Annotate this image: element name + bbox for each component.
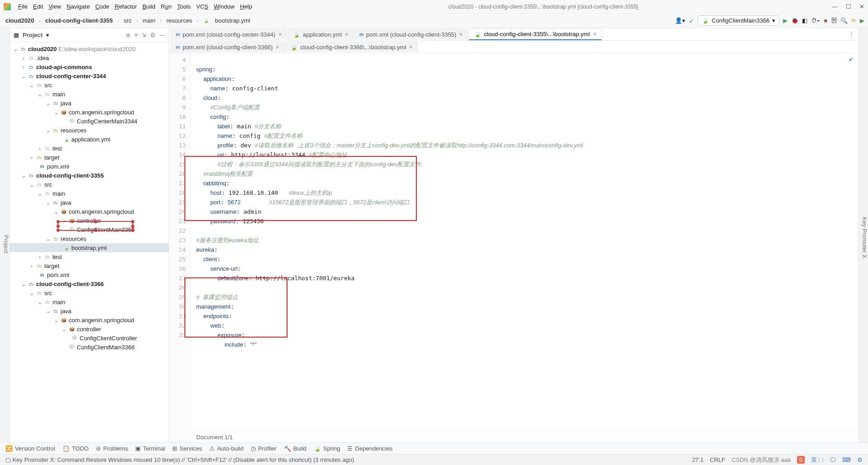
close-icon[interactable]: ✕ — [275, 44, 279, 50]
tree-java2[interactable]: java — [61, 199, 71, 206]
run-config-dropdown[interactable]: 🍃 ConfigClientMain3366 ▾ — [698, 15, 779, 26]
tree-mod3[interactable]: cloud-config-client-3355 — [36, 172, 104, 179]
tree-appyml[interactable]: application.yml — [71, 136, 110, 143]
project-view-label[interactable]: Project — [23, 32, 42, 38]
tab-bootstrap-3366[interactable]: 🍃cloud-config-client-3366\...\bootstrap.… — [285, 42, 418, 52]
lang-indicator[interactable]: 英 ⁝ ⁝ — [811, 456, 824, 464]
tree-client-ctrl[interactable]: ConfigClientController — [80, 335, 137, 342]
tool-autobuild[interactable]: ⚠ Auto-build — [209, 445, 244, 452]
chevron-down-icon[interactable]: ▾ — [46, 32, 49, 38]
tab-pom-center[interactable]: mpom.xml (cloud-config-center-3344)✕ — [171, 29, 287, 40]
bc-file[interactable]: bootstrap.yml — [213, 16, 252, 25]
sync-icon[interactable]: ⟳ — [851, 17, 856, 24]
minimize-button[interactable]: — — [832, 3, 838, 10]
tree-java[interactable]: java — [61, 100, 71, 107]
tool-services[interactable]: ⊞ Services — [172, 445, 202, 452]
tool-vcs[interactable]: 🔀 Version Control — [5, 445, 55, 452]
tool-build[interactable]: 🔨 Build — [284, 445, 307, 452]
menu-tools[interactable]: Tools — [175, 2, 193, 11]
tool-terminal[interactable]: ▣ Terminal — [135, 445, 165, 452]
tree-test[interactable]: test — [52, 145, 62, 152]
inspection-ok-icon[interactable]: ✔ — [849, 56, 854, 63]
menu-navigate[interactable]: Navigate — [64, 2, 92, 11]
input-method-icon[interactable]: S — [797, 456, 805, 464]
menu-run[interactable]: Run — [158, 2, 175, 11]
profile-button[interactable]: ⏱▾ — [811, 17, 820, 24]
tree-pom2[interactable]: pom.xml — [47, 272, 69, 278]
menu-file[interactable]: File — [15, 2, 30, 11]
menu-window[interactable]: Window — [211, 2, 237, 11]
expand-icon[interactable]: ≡ — [134, 32, 138, 38]
tree-main-class[interactable]: ConfigCenterMain3344 — [77, 118, 137, 125]
tree-root[interactable]: cloud2020 — [28, 46, 57, 52]
bc-root[interactable]: cloud2020 — [4, 16, 36, 25]
tree-pkg[interactable]: com.angenin.springcloud — [69, 109, 134, 116]
collapse-icon[interactable]: ⇲ — [142, 32, 146, 38]
tab-pom-3366[interactable]: mpom.xml (cloud-config-client-3366)✕ — [171, 42, 284, 52]
tab-bootstrap-3355[interactable]: 🍃cloud-config-client-3355\...\bootstrap.… — [469, 28, 601, 40]
tool-problems[interactable]: ⊘ Problems — [96, 445, 128, 452]
tree-test2[interactable]: test — [52, 254, 62, 260]
tree-src2[interactable]: src — [44, 181, 52, 188]
tool-profiler[interactable]: ◷ Profiler — [251, 445, 277, 452]
tree-src[interactable]: src — [44, 82, 52, 89]
maximize-button[interactable]: ☐ — [846, 3, 851, 10]
code-content[interactable]: spring: application: name: config-client… — [191, 53, 858, 442]
tree-client-main2[interactable]: ConfigClientMain3366 — [77, 344, 135, 351]
tree-pkg3[interactable]: com.angenin.springcloud — [69, 317, 134, 324]
status-icon3[interactable]: ⚙ — [857, 456, 863, 463]
status-icon2[interactable]: ⌨ — [842, 456, 851, 463]
tree-mod1[interactable]: cloud-api-commons — [36, 64, 92, 70]
tab-pom-3355[interactable]: mpom.xml (cloud-config-client-3355)✕ — [354, 29, 468, 40]
tree-main2[interactable]: main — [52, 190, 65, 197]
hide-icon[interactable]: — — [159, 32, 165, 38]
debug-button[interactable]: 🐞 — [791, 17, 798, 24]
line-ending[interactable]: CRLF — [710, 456, 725, 463]
tree-resources2[interactable]: resources — [61, 235, 86, 242]
close-icon[interactable]: ✕ — [409, 44, 413, 50]
bc-src[interactable]: src — [122, 16, 133, 25]
tree-target2[interactable]: target — [44, 263, 59, 269]
translate-icon[interactable]: 🈂 — [831, 17, 837, 24]
close-icon[interactable]: ✕ — [593, 31, 597, 37]
close-icon[interactable]: ✕ — [278, 32, 282, 38]
menu-help[interactable]: Help — [237, 2, 255, 11]
user-icon[interactable]: 👤▾ — [675, 17, 685, 24]
menu-build[interactable]: Build — [140, 2, 158, 11]
project-tree[interactable]: ⌄🗀cloud2020 E:\idea-workspace\cloud2020 … — [10, 42, 169, 442]
close-icon[interactable]: ✕ — [344, 32, 349, 38]
tool-deps[interactable]: ☰ Dependencies — [347, 445, 392, 452]
tree-controller[interactable]: controller — [77, 217, 101, 224]
status-icon1[interactable]: 🖵 — [830, 456, 836, 463]
tree-mod4[interactable]: cloud-config-client-3366 — [36, 281, 104, 287]
tab-app-yml[interactable]: 🍃application.yml✕ — [288, 29, 354, 40]
tree-target[interactable]: target — [44, 154, 59, 161]
tree-main3[interactable]: main — [52, 299, 65, 305]
menu-view[interactable]: View — [46, 2, 64, 11]
bc-resources[interactable]: resources — [165, 16, 194, 25]
stop-button[interactable]: ■ — [824, 17, 827, 24]
tree-client-main[interactable]: ConfigClientMain3355 — [77, 226, 135, 233]
tool-todo[interactable]: 📋 TODO — [62, 445, 89, 452]
coverage-button[interactable]: ◧ — [802, 17, 807, 24]
build-hammer-icon[interactable]: ↙ — [689, 17, 694, 24]
tree-controller2[interactable]: controller — [77, 326, 101, 333]
project-view-icon[interactable]: ▦ — [14, 32, 19, 38]
caret-position[interactable]: 27:1 — [692, 456, 703, 463]
ide-update-icon[interactable]: ▶ — [860, 17, 864, 24]
bc-module[interactable]: cloud-config-client-3355 — [43, 16, 115, 25]
bc-main[interactable]: main — [141, 16, 157, 25]
tree-selected-file[interactable]: 🍃bootstrap.yml — [10, 243, 169, 252]
tree-src3[interactable]: src — [44, 290, 52, 296]
close-button[interactable]: ✕ — [859, 3, 864, 10]
settings-icon[interactable]: ⚙ — [150, 32, 156, 38]
menu-edit[interactable]: Edit — [30, 2, 46, 11]
locate-icon[interactable]: ⊕ — [126, 32, 131, 38]
tree-java3[interactable]: java — [61, 308, 71, 315]
tool-spring[interactable]: 🍃 Spring — [314, 445, 340, 452]
stripe-keypromoter[interactable]: Key Promoter X — [861, 217, 868, 258]
menu-code[interactable]: Code — [93, 2, 112, 11]
tree-main[interactable]: main — [52, 91, 65, 98]
menu-vcs[interactable]: VCS — [193, 2, 211, 11]
tree-idea[interactable]: .idea — [36, 55, 49, 61]
